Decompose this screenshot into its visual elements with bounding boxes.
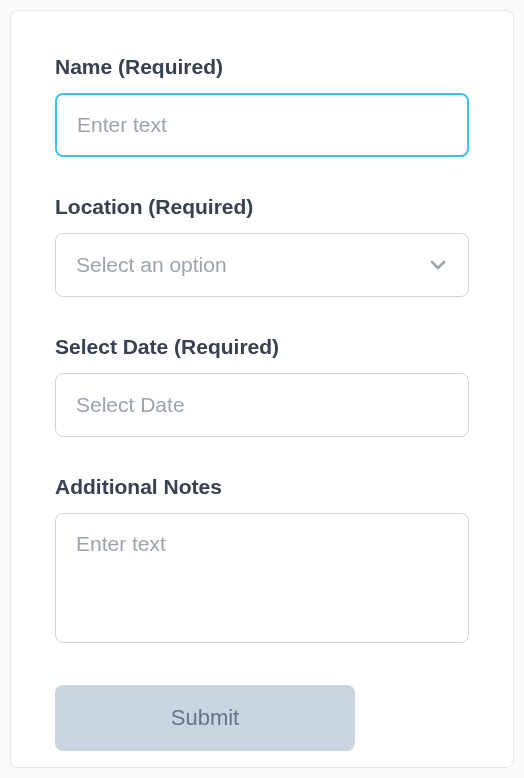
notes-label: Additional Notes <box>55 475 469 499</box>
date-input[interactable] <box>55 373 469 437</box>
submit-button[interactable]: Submit <box>55 685 355 751</box>
notes-textarea[interactable] <box>55 513 469 643</box>
name-label: Name (Required) <box>55 55 469 79</box>
location-label: Location (Required) <box>55 195 469 219</box>
name-input[interactable] <box>55 93 469 157</box>
name-group: Name (Required) <box>55 55 469 157</box>
location-placeholder: Select an option <box>76 253 428 277</box>
date-group: Select Date (Required) <box>55 335 469 437</box>
location-select[interactable]: Select an option <box>55 233 469 297</box>
form-card: Name (Required) Location (Required) Sele… <box>10 10 514 768</box>
date-label: Select Date (Required) <box>55 335 469 359</box>
chevron-down-icon <box>428 255 448 275</box>
notes-group: Additional Notes <box>55 475 469 647</box>
location-group: Location (Required) Select an option <box>55 195 469 297</box>
